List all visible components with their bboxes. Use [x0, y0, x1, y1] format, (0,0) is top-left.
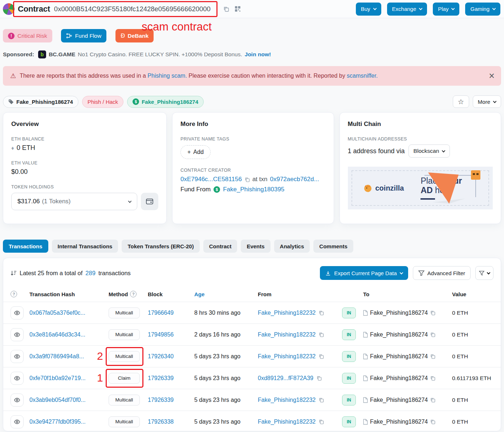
method-help-icon[interactable]: ?	[130, 291, 137, 297]
qr-code-icon[interactable]	[235, 6, 241, 12]
tab-internal-transactions[interactable]: Internal Transactions	[52, 240, 118, 253]
tx-preview-button[interactable]	[11, 415, 24, 428]
fund-flow-button[interactable]: Fund Flow	[61, 29, 106, 42]
gaming-button[interactable]: Gaming	[465, 3, 500, 16]
favorite-button[interactable]: ☆	[453, 95, 469, 108]
coinzilla-ad-banner[interactable]: coinzilla Place your AD here	[348, 167, 493, 209]
tx-preview-button[interactable]	[11, 372, 24, 385]
block-link[interactable]: 17926338	[148, 419, 174, 425]
block-link[interactable]: 17966649	[148, 310, 174, 316]
tx-hash-link[interactable]: 0x3e94277fdb0f395...	[29, 419, 86, 425]
tx-value: 0 ETH	[452, 419, 493, 425]
copy-icon[interactable]	[318, 310, 324, 315]
advanced-filter-label: Advanced Filter	[427, 270, 465, 276]
scamsniffer-link[interactable]: scamsniffer.	[347, 73, 378, 79]
copy-icon[interactable]	[318, 332, 324, 337]
phishing-scam-link[interactable]: Phishing scam.	[147, 73, 187, 79]
tx-preview-button[interactable]	[11, 394, 24, 407]
from-address-link[interactable]: Fake_Phishing182232	[258, 353, 316, 360]
from-address-link[interactable]: Fake_Phishing182232	[258, 397, 316, 403]
block-link[interactable]: 17926339	[148, 397, 174, 403]
to-address-link[interactable]: Fake_Phishing186274	[370, 331, 428, 338]
eye-icon	[14, 354, 20, 359]
copy-icon[interactable]	[316, 375, 322, 381]
eye-icon	[14, 398, 20, 403]
age-text: 5 days 23 hrs ago	[194, 375, 240, 381]
buy-button[interactable]: Buy	[356, 3, 381, 16]
copy-icon[interactable]	[318, 397, 324, 403]
sponsored-text: No1 Crypto Casino. FREE LUCKY SPIN. +100…	[78, 51, 242, 58]
tx-value: 0 ETH	[452, 353, 493, 360]
play-button[interactable]: Play	[433, 3, 459, 16]
tab-transactions[interactable]: Transactions	[3, 240, 48, 253]
addresses-found-text: 1 address found via	[348, 147, 405, 155]
tx-preview-button[interactable]	[11, 328, 24, 341]
block-link[interactable]: 17926340	[148, 353, 174, 359]
add-private-tag-button[interactable]: + Add	[180, 145, 211, 159]
to-address-link[interactable]: Fake_Phishing186274	[370, 375, 428, 382]
block-link[interactable]: 17949856	[148, 331, 174, 338]
advanced-filter-button[interactable]: Advanced Filter	[413, 266, 471, 280]
age-text: 8 hrs 30 mins ago	[194, 310, 240, 316]
funnel-icon	[418, 270, 424, 276]
public-name-tag[interactable]: Fake_Phishing186274	[3, 96, 78, 108]
from-address-link[interactable]: Fake_Phishing182232	[258, 331, 316, 338]
sort-icon[interactable]	[11, 270, 17, 276]
to-address-link[interactable]: Fake_Phishing186274	[370, 419, 428, 425]
copy-icon[interactable]	[430, 397, 435, 403]
copy-icon[interactable]	[430, 354, 435, 359]
from-address-link[interactable]: Fake_Phishing182232	[258, 419, 316, 425]
to-address-link[interactable]: Fake_Phishing186274	[370, 310, 428, 316]
fund-from-link[interactable]: Fake_Phishing180395	[223, 186, 284, 193]
copy-icon[interactable]	[318, 354, 324, 359]
document-icon	[363, 397, 368, 403]
multichain-title: Multi Chain	[348, 121, 493, 128]
close-icon[interactable]: ×	[489, 71, 495, 81]
fund-from-label: Fund From	[180, 186, 211, 193]
tx-hash-link[interactable]: 0xfe70f1b0a92e719...	[29, 375, 86, 381]
exchange-button[interactable]: Exchange	[387, 3, 427, 16]
copy-icon[interactable]	[318, 419, 324, 424]
block-link[interactable]: 17926339	[148, 375, 174, 381]
creation-txn-link[interactable]: 0x972aecb762d...	[270, 176, 319, 183]
from-address-link[interactable]: 0xd89129...fF872A39	[258, 375, 313, 382]
token-reputation-tag[interactable]: $ Fake_Phishing186274	[127, 96, 204, 108]
token-tag-label: Fake_Phishing186274	[142, 99, 198, 105]
tx-hash-link[interactable]: 0x3e816a646d3c34...	[29, 331, 85, 338]
copy-icon[interactable]	[430, 419, 435, 424]
coin-icon: $	[214, 186, 220, 193]
tx-preview-button[interactable]	[11, 350, 24, 363]
tx-hash-link[interactable]: 0x3a9f07869494a8...	[29, 353, 84, 359]
copy-icon[interactable]	[430, 332, 435, 337]
to-address-link[interactable]: Fake_Phishing186274	[370, 353, 428, 360]
export-label: Export Current Page Data	[334, 270, 397, 276]
warning-text: There are reports that this address was …	[20, 73, 378, 79]
sponsored-cta-link[interactable]: Join now!	[245, 51, 271, 58]
tab-analytics[interactable]: Analytics	[274, 240, 310, 253]
from-address-link[interactable]: Fake_Phishing182232	[258, 310, 316, 316]
tab-events[interactable]: Events	[241, 240, 270, 253]
table-row: 0x3a9f07869494a8...2 Multicall 17926340 …	[3, 345, 501, 367]
tab-comments[interactable]: Comments	[313, 240, 353, 253]
wallet-button[interactable]	[141, 193, 158, 210]
copy-icon[interactable]	[430, 375, 435, 381]
token-holdings-dropdown[interactable]: $317.06 (1 Tokens)	[11, 193, 137, 210]
summary-count-link[interactable]: 289	[85, 270, 95, 277]
tx-preview-button[interactable]	[11, 306, 24, 319]
tab-token-transfers[interactable]: Token Transfers (ERC-20)	[122, 240, 199, 253]
to-address-link[interactable]: Fake_Phishing186274	[370, 397, 428, 403]
help-icon[interactable]: ?	[11, 291, 17, 297]
tx-hash-link[interactable]: 0x3ab9eb054df70f0...	[29, 397, 86, 403]
copy-icon[interactable]	[244, 177, 250, 182]
more-button[interactable]: More	[473, 95, 501, 108]
phish-hack-tag[interactable]: Phish / Hack	[82, 96, 123, 108]
column-age-toggle[interactable]: Age	[194, 291, 204, 297]
tx-hash-link[interactable]: 0x067fa05a376ef0c...	[29, 310, 85, 316]
tab-contract[interactable]: Contract	[203, 240, 237, 253]
blockscan-dropdown[interactable]: Blockscan	[409, 144, 450, 158]
export-button[interactable]: Export Current Page Data	[320, 266, 408, 280]
copy-address-icon[interactable]	[223, 6, 229, 12]
filter-dropdown-button[interactable]	[475, 266, 493, 280]
creator-address-link[interactable]: 0xE7946c...CE581156	[180, 176, 242, 183]
copy-icon[interactable]	[430, 310, 435, 315]
